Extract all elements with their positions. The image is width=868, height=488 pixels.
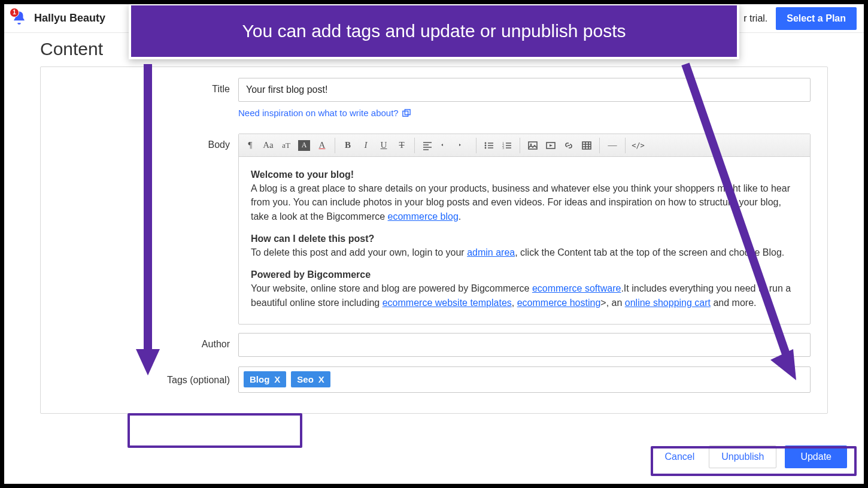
- body-p1b: .: [459, 211, 461, 222]
- align-left-button[interactable]: [418, 137, 436, 154]
- body-p3c: ,: [512, 298, 517, 308]
- strikethrough-button[interactable]: T: [393, 137, 411, 154]
- ecommerce-blog-link[interactable]: ecommerce blog: [388, 211, 459, 222]
- ordered-list-button[interactable]: 123: [498, 137, 516, 154]
- body-heading-2: How can I delete this post?: [251, 234, 374, 244]
- insert-video-button[interactable]: [542, 137, 560, 154]
- tag-remove-icon[interactable]: X: [318, 374, 324, 384]
- ecommerce-hosting-link[interactable]: ecommerce hosting: [517, 298, 601, 308]
- notification-count-badge: 1: [10, 8, 19, 17]
- indent-button[interactable]: [454, 137, 472, 154]
- tag-chip-blog: Blog X: [244, 371, 286, 387]
- inspiration-link[interactable]: Need inspiration on what to write about?: [238, 108, 411, 118]
- code-view-button[interactable]: </>: [629, 137, 647, 154]
- select-plan-button[interactable]: Select a Plan: [776, 7, 857, 30]
- svg-point-3: [485, 144, 487, 146]
- body-p3d: >, an: [600, 298, 624, 308]
- tag-chip-label: Seo: [297, 374, 314, 384]
- annotation-arrow-left: [133, 64, 169, 384]
- external-link-icon: [402, 109, 411, 117]
- ecommerce-templates-link[interactable]: ecommerce website templates: [383, 298, 512, 308]
- tag-chip-label: Blog: [250, 374, 269, 384]
- text-color-button[interactable]: A: [313, 137, 331, 154]
- body-heading-1: Welcome to your blog!: [251, 169, 354, 180]
- outdent-button[interactable]: [436, 137, 454, 154]
- font-family-button[interactable]: Aa: [259, 137, 277, 154]
- admin-area-link[interactable]: admin area: [467, 247, 515, 257]
- unordered-list-button[interactable]: [480, 137, 498, 154]
- bold-button[interactable]: B: [339, 137, 357, 154]
- svg-rect-8: [529, 142, 537, 149]
- svg-rect-11: [582, 142, 591, 149]
- insert-table-button[interactable]: [578, 137, 596, 154]
- horizontal-rule-button[interactable]: —: [603, 137, 621, 154]
- annotation-highlight-actions: [651, 446, 857, 476]
- svg-rect-0: [403, 111, 408, 116]
- tag-remove-icon[interactable]: X: [274, 374, 280, 384]
- annotation-callout: You can add tags and update or unpublish…: [129, 4, 739, 59]
- body-p3a: Your website, online store and blog are …: [251, 283, 532, 293]
- highlight-color-button[interactable]: A: [295, 137, 313, 154]
- tag-chip-seo: Seo X: [291, 371, 330, 387]
- annotation-arrow-right: [679, 64, 811, 390]
- body-heading-3: Powered by Bigcommerce: [251, 269, 371, 280]
- ecommerce-software-link[interactable]: ecommerce software: [532, 283, 621, 293]
- insert-image-button[interactable]: [524, 137, 542, 154]
- notification-bell[interactable]: 1: [11, 10, 28, 27]
- font-size-button[interactable]: aT: [277, 137, 295, 154]
- paragraph-style-button[interactable]: ¶: [241, 137, 259, 154]
- brand-name: Hallyu Beauty: [34, 12, 105, 25]
- inspiration-link-text: Need inspiration on what to write about?: [238, 108, 399, 118]
- annotation-highlight-tags: [128, 413, 302, 448]
- svg-rect-1: [405, 109, 410, 114]
- body-p2a: To delete this post and add your own, lo…: [251, 247, 467, 257]
- svg-text:3: 3: [502, 146, 504, 150]
- svg-point-4: [485, 147, 487, 148]
- svg-point-2: [485, 142, 487, 144]
- insert-link-button[interactable]: [560, 137, 578, 154]
- italic-button[interactable]: I: [357, 137, 375, 154]
- trial-status: r trial.: [743, 13, 767, 24]
- underline-button[interactable]: U: [375, 137, 393, 154]
